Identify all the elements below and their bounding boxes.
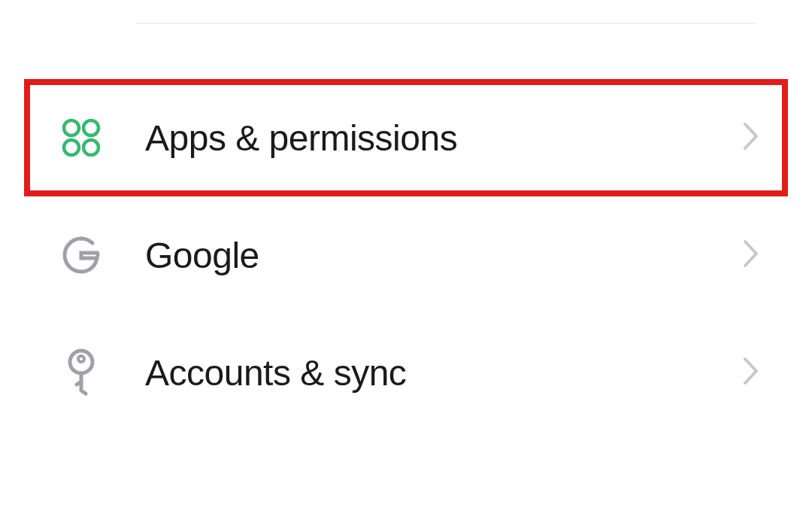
chevron-right-icon [743, 357, 759, 388]
settings-item-accounts-sync[interactable]: Accounts & sync [0, 314, 812, 431]
settings-item-label: Apps & permissions [145, 117, 743, 159]
settings-list: Apps & permissions Google [0, 79, 812, 431]
settings-item-apps-permissions[interactable]: Apps & permissions [24, 79, 788, 196]
settings-item-google[interactable]: Google [0, 196, 812, 314]
chevron-right-icon [743, 239, 759, 271]
settings-item-label: Accounts & sync [145, 352, 743, 394]
svg-rect-2 [64, 140, 79, 155]
svg-rect-1 [83, 120, 98, 135]
top-divider [135, 23, 756, 24]
google-icon [59, 235, 104, 275]
settings-item-label: Google [145, 235, 743, 276]
apps-icon [59, 118, 104, 157]
svg-point-5 [78, 356, 84, 362]
svg-rect-0 [64, 120, 79, 135]
chevron-right-icon [743, 122, 759, 154]
svg-rect-3 [83, 140, 98, 155]
key-icon [59, 348, 104, 397]
